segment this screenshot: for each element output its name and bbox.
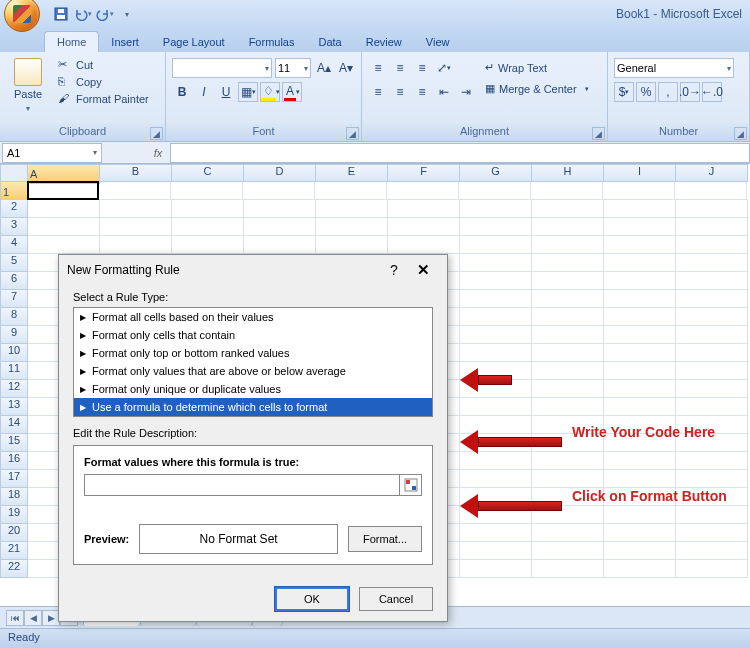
row-header[interactable]: 2: [0, 200, 28, 218]
cell[interactable]: [604, 506, 676, 524]
row-header[interactable]: 1: [0, 182, 28, 202]
cell[interactable]: [532, 542, 604, 560]
wrap-text-button[interactable]: ↵Wrap Text: [480, 58, 594, 77]
cell[interactable]: [676, 200, 748, 218]
cell[interactable]: [100, 218, 172, 236]
cell[interactable]: [532, 452, 604, 470]
tab-formulas[interactable]: Formulas: [237, 32, 307, 52]
cell[interactable]: [388, 218, 460, 236]
merge-center-button[interactable]: ▦Merge & Center▾: [480, 79, 594, 98]
cell[interactable]: [604, 542, 676, 560]
row-header[interactable]: 14: [0, 416, 28, 434]
number-launcher[interactable]: ◢: [734, 127, 747, 140]
cell[interactable]: [532, 344, 604, 362]
format-painter-button[interactable]: 🖌Format Painter: [54, 91, 153, 107]
rule-item-all-cells[interactable]: ▶Format all cells based on their values: [74, 308, 432, 326]
cell[interactable]: [604, 254, 676, 272]
formula-input[interactable]: [84, 474, 400, 496]
save-icon[interactable]: [52, 5, 70, 23]
tab-view[interactable]: View: [414, 32, 462, 52]
cell[interactable]: [316, 236, 388, 254]
cell[interactable]: [604, 290, 676, 308]
redo-icon[interactable]: ▾: [96, 5, 114, 23]
row-header[interactable]: 6: [0, 272, 28, 290]
increase-indent-button[interactable]: ⇥: [456, 82, 476, 102]
align-top-button[interactable]: ≡: [368, 58, 388, 78]
col-header-d[interactable]: D: [244, 164, 316, 182]
cell[interactable]: [676, 524, 748, 542]
clipboard-launcher[interactable]: ◢: [150, 127, 163, 140]
cell[interactable]: [603, 182, 675, 200]
cell[interactable]: [531, 182, 603, 200]
row-header[interactable]: 22: [0, 560, 28, 578]
cell[interactable]: [676, 362, 748, 380]
cell[interactable]: [676, 452, 748, 470]
dialog-help-button[interactable]: ?: [381, 262, 407, 278]
cell[interactable]: [244, 236, 316, 254]
cell[interactable]: [460, 560, 532, 578]
dialog-close-button[interactable]: ✕: [407, 261, 439, 279]
tab-review[interactable]: Review: [354, 32, 414, 52]
row-header[interactable]: 9: [0, 326, 28, 344]
cell[interactable]: [676, 308, 748, 326]
underline-button[interactable]: U: [216, 82, 236, 102]
col-header-f[interactable]: F: [388, 164, 460, 182]
row-header[interactable]: 19: [0, 506, 28, 524]
cell[interactable]: [532, 308, 604, 326]
cell[interactable]: [604, 344, 676, 362]
cell[interactable]: [460, 272, 532, 290]
cell[interactable]: [460, 308, 532, 326]
cell[interactable]: [460, 326, 532, 344]
cell[interactable]: [532, 362, 604, 380]
cell[interactable]: [172, 218, 244, 236]
cell[interactable]: [460, 290, 532, 308]
row-header[interactable]: 3: [0, 218, 28, 236]
cell[interactable]: [604, 470, 676, 488]
rule-item-top-bottom[interactable]: ▶Format only top or bottom ranked values: [74, 344, 432, 362]
cell[interactable]: [100, 236, 172, 254]
cell[interactable]: [388, 236, 460, 254]
row-header[interactable]: 18: [0, 488, 28, 506]
cell[interactable]: [28, 218, 100, 236]
cell[interactable]: [532, 290, 604, 308]
undo-icon[interactable]: ▾: [74, 5, 92, 23]
cell[interactable]: [532, 218, 604, 236]
cell[interactable]: [676, 560, 748, 578]
cell[interactable]: [604, 524, 676, 542]
comma-button[interactable]: ,: [658, 82, 678, 102]
cell[interactable]: [172, 200, 244, 218]
cell[interactable]: [604, 452, 676, 470]
cell[interactable]: [28, 236, 100, 254]
cell[interactable]: [676, 542, 748, 560]
format-button[interactable]: Format...: [348, 526, 422, 552]
cell[interactable]: [604, 218, 676, 236]
row-header[interactable]: 4: [0, 236, 28, 254]
align-center-button[interactable]: ≡: [390, 82, 410, 102]
cell[interactable]: [604, 380, 676, 398]
col-header-c[interactable]: C: [172, 164, 244, 182]
cell[interactable]: [172, 236, 244, 254]
cell[interactable]: [243, 182, 315, 200]
cell[interactable]: [460, 452, 532, 470]
row-header[interactable]: 5: [0, 254, 28, 272]
cell[interactable]: [604, 560, 676, 578]
cell[interactable]: [460, 200, 532, 218]
cell[interactable]: [460, 218, 532, 236]
border-button[interactable]: ▦▾: [238, 82, 258, 102]
row-header[interactable]: 8: [0, 308, 28, 326]
cell[interactable]: [532, 470, 604, 488]
cell[interactable]: [316, 200, 388, 218]
font-color-button[interactable]: A▾: [282, 82, 302, 102]
cell[interactable]: [459, 182, 531, 200]
cell[interactable]: [532, 236, 604, 254]
italic-button[interactable]: I: [194, 82, 214, 102]
rule-item-cells-contain[interactable]: ▶Format only cells that contain: [74, 326, 432, 344]
cell[interactable]: [604, 398, 676, 416]
cell[interactable]: [532, 380, 604, 398]
cell[interactable]: [532, 326, 604, 344]
row-header[interactable]: 16: [0, 452, 28, 470]
align-left-button[interactable]: ≡: [368, 82, 388, 102]
row-header[interactable]: 17: [0, 470, 28, 488]
ok-button[interactable]: OK: [275, 587, 349, 611]
cell[interactable]: [604, 200, 676, 218]
